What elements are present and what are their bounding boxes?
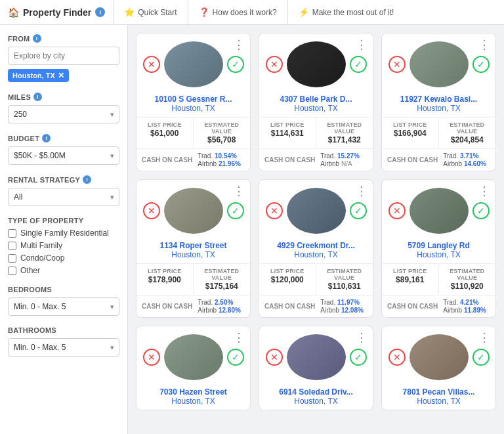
- accept-button[interactable]: ✓: [350, 56, 367, 73]
- rental-select-wrapper: All Traditional Airbnb: [8, 188, 119, 206]
- bedrooms-select[interactable]: Min. 0 - Max. 5: [8, 297, 119, 316]
- card-menu-button[interactable]: ⋮: [356, 39, 368, 51]
- property-address-link[interactable]: 7030 Hazen Street: [159, 387, 227, 397]
- property-image: [287, 188, 346, 234]
- city-search-input[interactable]: [8, 47, 119, 65]
- checkbox-condo[interactable]: Condo/Coop: [8, 253, 119, 263]
- reject-button[interactable]: ✕: [266, 56, 283, 73]
- property-city: Houston, TX: [387, 397, 490, 406]
- property-address-link[interactable]: 7801 Pecan Villas...: [403, 387, 475, 397]
- list-price-label: LIST PRICE: [142, 121, 188, 128]
- accept-button[interactable]: ✓: [227, 349, 244, 366]
- miles-select[interactable]: 250 50 100 500: [8, 105, 119, 123]
- miles-info-icon[interactable]: i: [33, 93, 42, 101]
- property-city: Houston, TX: [264, 250, 368, 259]
- card-menu-button[interactable]: ⋮: [478, 39, 490, 51]
- est-value-cell: ESTIMATED VALUE $175,164: [194, 264, 251, 295]
- budget-info-icon[interactable]: i: [42, 134, 51, 142]
- accept-button[interactable]: ✓: [472, 56, 490, 73]
- reject-button[interactable]: ✕: [388, 56, 406, 73]
- single-family-checkbox[interactable]: [8, 229, 16, 238]
- property-address-link[interactable]: 5709 Langley Rd: [408, 241, 470, 250]
- accept-button[interactable]: ✓: [350, 202, 367, 219]
- accept-button[interactable]: ✓: [472, 349, 490, 366]
- accept-button[interactable]: ✓: [350, 349, 367, 366]
- checkbox-other[interactable]: Other: [8, 266, 119, 275]
- card-menu-button[interactable]: ⋮: [356, 185, 368, 197]
- property-address: 4307 Belle Park D... Houston, TX: [259, 91, 373, 117]
- est-value-value: $110,920: [444, 282, 491, 291]
- app-logo: 🏠 Property Finder i: [8, 7, 105, 18]
- property-address: 7030 Hazen Street Houston, TX: [136, 384, 250, 410]
- accept-button[interactable]: ✓: [472, 202, 490, 219]
- card-menu-button[interactable]: ⋮: [233, 332, 245, 343]
- reject-button[interactable]: ✕: [388, 349, 406, 366]
- reject-button[interactable]: ✕: [266, 202, 283, 219]
- card-menu-button[interactable]: ⋮: [478, 185, 490, 197]
- property-address: 5709 Langley Rd Houston, TX: [382, 238, 495, 263]
- returns-values: Trad. 11.97% Airbnb 12.08%: [320, 299, 364, 314]
- reject-button[interactable]: ✕: [388, 202, 406, 219]
- price-area: LIST PRICE $166,904 ESTIMATED VALUE $204…: [382, 117, 495, 148]
- card-menu-button[interactable]: ⋮: [233, 39, 245, 51]
- returns-values: Trad. 3.71% Airbnb 14.60%: [443, 152, 486, 167]
- airbnb-return: Airbnb 12.80%: [198, 307, 241, 314]
- est-value-value: $204,854: [444, 135, 491, 144]
- multi-family-checkbox[interactable]: [8, 242, 16, 250]
- property-image: [410, 188, 469, 234]
- property-address-link[interactable]: 10100 S Gessner R...: [154, 95, 232, 104]
- card-menu-button[interactable]: ⋮: [233, 185, 245, 197]
- list-price-cell: LIST PRICE $61,000: [136, 118, 194, 148]
- bathrooms-section: BATHROOMS Min. 0 - Max. 5: [8, 326, 119, 357]
- card-menu-button[interactable]: ⋮: [356, 332, 368, 343]
- remove-tag-button[interactable]: ✕: [58, 71, 64, 80]
- list-price-value: $89,161: [387, 275, 433, 284]
- checkbox-single-family[interactable]: Single Family Residential: [8, 228, 119, 238]
- card-menu-button[interactable]: ⋮: [478, 332, 490, 343]
- reject-button[interactable]: ✕: [143, 202, 160, 219]
- tab-howdoes[interactable]: ❓ How does it work?: [188, 0, 287, 25]
- property-photo: [164, 41, 223, 87]
- reject-button[interactable]: ✕: [143, 349, 160, 366]
- budget-select[interactable]: $50K - $5.00M: [8, 146, 119, 165]
- checkbox-multi-family[interactable]: Multi Family: [8, 241, 119, 250]
- property-card: ⋮ ✕ ✓ 1134 Roper Street Houston, TX LIST…: [136, 179, 251, 318]
- property-address-link[interactable]: 1134 Roper Street: [159, 241, 226, 250]
- property-address-link[interactable]: 4307 Belle Park D...: [280, 95, 352, 104]
- tab-quickstart-label: Quick Start: [138, 8, 177, 17]
- property-photo: [410, 334, 469, 380]
- property-card: ⋮ ✕ ✓ 5709 Langley Rd Houston, TX LIST P…: [381, 179, 496, 318]
- tab-quickstart[interactable]: ⭐ Quick Start: [113, 0, 187, 25]
- property-photo: [287, 334, 346, 380]
- condo-checkbox[interactable]: [8, 254, 16, 263]
- list-price-value: $178,900: [142, 275, 188, 284]
- bathrooms-select[interactable]: Min. 0 - Max. 5: [8, 338, 119, 357]
- other-checkbox[interactable]: [8, 267, 16, 275]
- list-price-value: $120,000: [264, 275, 310, 284]
- from-info-icon[interactable]: i: [33, 34, 41, 43]
- list-price-label: LIST PRICE: [264, 268, 310, 274]
- tab-mostout[interactable]: ⚡ Make the most out of it!: [287, 0, 405, 25]
- bathrooms-select-wrapper: Min. 0 - Max. 5: [8, 338, 119, 357]
- reject-button[interactable]: ✕: [143, 56, 160, 73]
- property-address-link[interactable]: 6914 Soledad Driv...: [279, 387, 353, 397]
- cash-on-cash-label: CASH ON CASH: [264, 303, 315, 310]
- property-address-link[interactable]: 11927 Kewalo Basi...: [400, 95, 477, 104]
- list-price-label: LIST PRICE: [142, 268, 188, 274]
- airbnb-return: Airbnb N/A: [320, 160, 360, 167]
- header: 🏠 Property Finder i ⭐ Quick Start ❓ How …: [0, 0, 504, 25]
- returns-area: CASH ON CASH Trad. 2.50% Airbnb 12.80%: [136, 295, 250, 317]
- reject-button[interactable]: ✕: [266, 349, 283, 366]
- property-photo: [410, 188, 469, 234]
- est-value-label: ESTIMATED VALUE: [322, 121, 368, 135]
- property-city: Houston, TX: [142, 397, 245, 406]
- rental-info-icon[interactable]: i: [83, 175, 91, 184]
- accept-button[interactable]: ✓: [227, 56, 244, 73]
- miles-label: MILES i: [8, 93, 119, 101]
- property-address-link[interactable]: 4929 Creekmont Dr...: [277, 241, 355, 250]
- houston-tag: Houston, TX ✕: [8, 69, 69, 82]
- property-card: ⋮ ✕ ✓ 4307 Belle Park D... Houston, TX L…: [259, 33, 373, 171]
- accept-button[interactable]: ✓: [227, 202, 244, 219]
- logo-info-icon[interactable]: i: [95, 7, 105, 17]
- rental-select[interactable]: All Traditional Airbnb: [8, 188, 119, 206]
